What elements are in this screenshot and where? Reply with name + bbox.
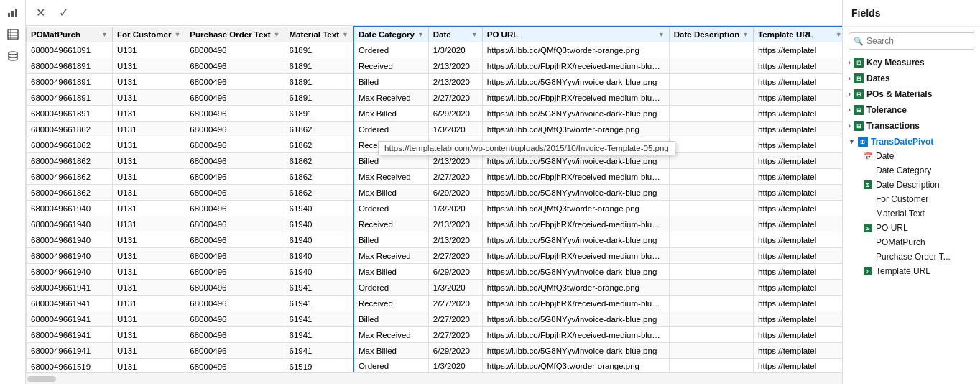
col-header-datedescription[interactable]: Date Description▼ [669, 27, 753, 42]
table-row: 6800049661862U1316800049661862Received2/… [27, 137, 843, 153]
cell-purchaseordertext: 68000496 [185, 359, 285, 373]
field-item-template_url[interactable]: ΣTemplate URL [846, 264, 977, 278]
filter-icon-date[interactable]: ▼ [471, 31, 478, 38]
cell-pourl: https://i.ibb.co/5G8NYyv/invoice-dark-bl… [482, 74, 669, 90]
col-header-datecategory[interactable]: Date Category▼ [353, 27, 428, 42]
cell-pourl: https://i.ibb.co/FbpjhRX/received-medium… [482, 248, 669, 264]
search-box[interactable]: 🔍 [849, 32, 974, 50]
cell-datedescription [669, 216, 753, 232]
cell-forcustomer: U131 [113, 232, 185, 248]
text-icon [863, 209, 873, 219]
cell-purchaseordertext: 68000496 [185, 58, 285, 74]
cell-forcustomer: U131 [113, 153, 185, 169]
field-item-date[interactable]: 📅Date [846, 149, 977, 163]
cell-datecategory: Max Billed [353, 106, 428, 122]
sigma-icon: Σ [863, 223, 873, 233]
field-group-header-4[interactable]: ›⊞Transactions [846, 119, 977, 133]
cell-datecategory: Max Billed [353, 185, 428, 201]
field-item-purchase_order_t...[interactable]: Purchase Order T... [846, 250, 977, 264]
col-header-forcustomer[interactable]: For Customer▼ [113, 27, 185, 42]
cell-forcustomer: U131 [113, 122, 185, 137]
cell-templateurl: https://templatel [754, 201, 842, 216]
cell-templateurl: https://templatel [754, 296, 842, 311]
field-item-for_customer[interactable]: For Customer [846, 192, 977, 206]
table-row: 6800049661940U1316800049661940Ordered1/3… [27, 201, 843, 216]
field-item-date_description[interactable]: ΣDate Description [846, 178, 977, 192]
right-panel: Fields 🔍 ›⊞Key Measures›⊞Dates›⊞POs & Ma… [842, 0, 980, 384]
field-item-date_category[interactable]: Date Category [846, 163, 977, 178]
cell-purchaseordertext: 68000496 [185, 137, 285, 153]
cell-date: 2/27/2020 [428, 296, 482, 311]
field-group-dates: ›⊞Dates [846, 71, 977, 86]
field-item-pomatpurch[interactable]: POMatPurch [846, 235, 977, 250]
data-icon[interactable] [1, 46, 24, 66]
col-header-pomatpurch[interactable]: POMatPurch▼ [27, 27, 113, 42]
check-button[interactable]: ✓ [55, 4, 72, 22]
close-button[interactable]: ✕ [32, 4, 49, 22]
cell-materialtext: 61941 [285, 343, 353, 359]
cell-forcustomer: U131 [113, 58, 185, 74]
field-group-header-3[interactable]: ›⊞Tolerance [846, 103, 977, 117]
cell-datecategory: Max Received [353, 90, 428, 106]
cell-pourl: https://i.ibb.co/FbpjhRX/received-medium… [482, 58, 669, 74]
filter-icon-templateurl[interactable]: ▼ [836, 31, 842, 38]
cell-templateurl: https://templatel [754, 153, 842, 169]
cell-templateurl: https://templatel [754, 185, 842, 201]
cell-pomatpurch: 6800049661862 [27, 185, 113, 201]
cell-date: 2/27/2020 [428, 327, 482, 343]
cell-datecategory: Billed [353, 153, 428, 169]
cell-date: 2/13/2020 [428, 216, 482, 232]
filter-icon-pourl[interactable]: ▼ [658, 31, 665, 38]
filter-icon-purchaseordertext[interactable]: ▼ [274, 31, 280, 38]
cell-date: 1/3/2020 [428, 359, 482, 373]
cell-purchaseordertext: 68000496 [185, 232, 285, 248]
cell-date: 2/27/2020 [428, 90, 482, 106]
field-group-header-2[interactable]: ›⊞POs & Materials [846, 87, 977, 101]
cell-date: 6/29/2020 [428, 343, 482, 359]
cell-forcustomer: U131 [113, 42, 185, 58]
col-header-materialtext[interactable]: Material Text▼ [285, 27, 353, 42]
filter-icon-datecategory[interactable]: ▼ [417, 31, 424, 38]
col-header-purchaseordertext[interactable]: Purchase Order Text▼ [185, 27, 285, 42]
filter-icon-pomatpurch[interactable]: ▼ [101, 31, 108, 38]
calendar-icon: 📅 [863, 151, 873, 161]
text-icon [863, 165, 873, 175]
col-header-date[interactable]: Date▼ [428, 27, 482, 42]
table-container[interactable]: POMatPurch▼For Customer▼Purchase Order T… [26, 26, 842, 372]
cell-datecategory: Max Received [353, 327, 428, 343]
cell-datecategory: Received [353, 137, 428, 153]
cell-date: 2/27/2020 [428, 311, 482, 327]
cell-datedescription [669, 106, 753, 122]
filter-icon-forcustomer[interactable]: ▼ [174, 31, 180, 38]
field-group-tolerance: ›⊞Tolerance [846, 103, 977, 117]
cell-purchaseordertext: 68000496 [185, 122, 285, 137]
cell-pourl: https://i.ibb.co/QMfQ3tv/order-orange.pn… [482, 280, 669, 296]
cell-pourl: https://i.ibb.co/5G8NYyv/invoice-dark-bl… [482, 153, 669, 169]
cell-templateurl: https://templatel [754, 122, 842, 137]
col-header-pourl[interactable]: PO URL▼ [482, 27, 669, 42]
chart-icon[interactable] [1, 3, 24, 23]
search-input[interactable] [866, 36, 974, 46]
filter-icon-datedescription[interactable]: ▼ [742, 31, 749, 38]
field-group-label: Dates [866, 73, 890, 83]
cell-datedescription [669, 58, 753, 74]
cell-materialtext: 61862 [285, 153, 353, 169]
scroll-thumb[interactable] [27, 376, 56, 382]
horizontal-scrollbar[interactable] [26, 372, 842, 384]
col-label-purchaseordertext: Purchase Order Text [190, 30, 270, 39]
field-group-header-1[interactable]: ›⊞Dates [846, 71, 977, 86]
field-group-header-5[interactable]: ▼⊞TransDatePivot [846, 134, 977, 149]
field-item-po_url[interactable]: ΣPO URL [846, 221, 977, 235]
field-group-header-0[interactable]: ›⊞Key Measures [846, 55, 977, 70]
col-header-templateurl[interactable]: Template URL▼ [754, 27, 842, 42]
field-item-material_text[interactable]: Material Text [846, 206, 977, 221]
text-icon [863, 194, 873, 204]
filter-icon-materialtext[interactable]: ▼ [342, 31, 348, 38]
cell-materialtext: 61891 [285, 74, 353, 90]
table-row: 6800049661941U1316800049661941Received2/… [27, 296, 843, 311]
cell-datedescription [669, 153, 753, 169]
main-content: ✕ ✓ POMatPurch▼For Customer▼Purchase Ord… [26, 0, 842, 384]
table-icon[interactable] [1, 24, 24, 45]
cell-date: 6/29/2020 [428, 264, 482, 280]
table-row: 6800049661941U1316800049661941Max Receiv… [27, 327, 843, 343]
